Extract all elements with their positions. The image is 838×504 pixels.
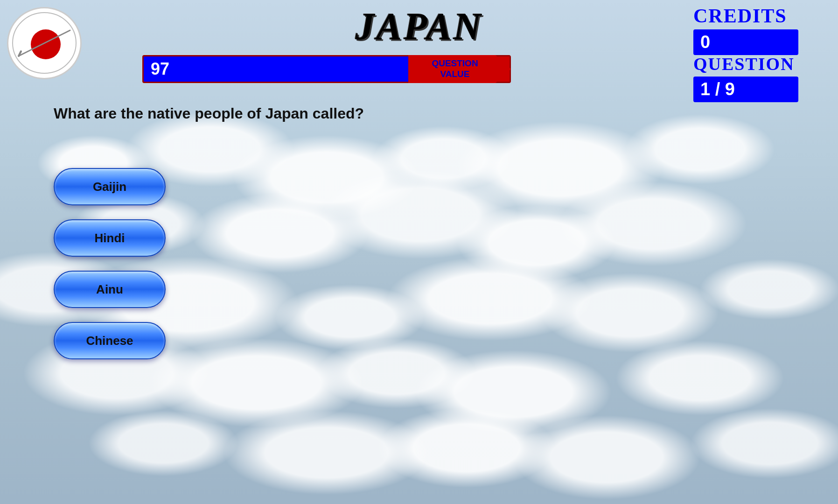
logo-circle: [7, 7, 82, 79]
question-number-box: 1 / 9: [693, 77, 798, 102]
credits-value: 0: [700, 32, 710, 52]
question-value-text: QUESTIONVALUE: [432, 58, 478, 80]
game-title: JAPAN: [355, 5, 483, 49]
answer-button-4[interactable]: Chinese: [54, 322, 166, 359]
credits-panel: CREDITS 0: [693, 5, 798, 55]
progress-bar-inner: 97: [144, 56, 447, 82]
question-number-value: 1 / 9: [700, 79, 735, 99]
answer-button-2[interactable]: Hindi: [54, 219, 166, 257]
answer-button-3[interactable]: Ainu: [54, 271, 166, 308]
question-value-label: QUESTIONVALUE: [408, 55, 511, 83]
logo: [7, 7, 86, 77]
answers-container: Gaijin Hindi Ainu Chinese: [54, 168, 166, 359]
question-text: What are the native people of Japan call…: [54, 105, 364, 122]
logo-svg: [9, 9, 79, 77]
answer-button-1[interactable]: Gaijin: [54, 168, 166, 205]
question-number-label: QUESTION: [693, 54, 798, 74]
credits-label: CREDITS: [693, 5, 798, 27]
credits-value-box: 0: [693, 29, 798, 55]
svg-point-1: [31, 29, 61, 59]
question-panel: QUESTION 1 / 9: [693, 54, 798, 102]
progress-value: 97: [151, 59, 169, 79]
